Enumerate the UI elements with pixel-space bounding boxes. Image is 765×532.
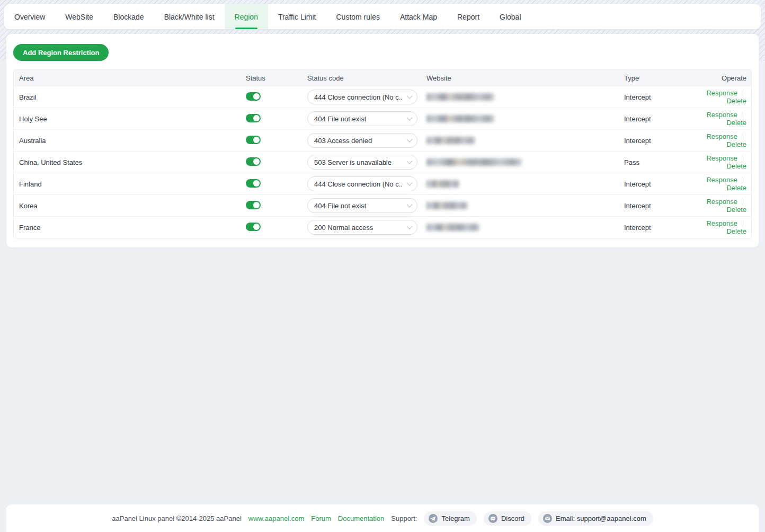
table-header-row: Area Status Status code Website Type Ope…	[14, 70, 751, 86]
telegram-icon	[429, 514, 438, 523]
divider	[742, 177, 742, 183]
delete-link[interactable]: Delete	[726, 162, 746, 170]
chevron-down-icon	[406, 93, 412, 99]
table-row: Australia 403 Access denied Intercept Re…	[14, 129, 751, 151]
type-cell: Intercept	[624, 137, 693, 145]
toggle-knob	[253, 180, 260, 187]
area-cell: Korea	[14, 202, 246, 210]
chevron-down-icon	[406, 114, 412, 120]
chevron-down-icon	[406, 136, 412, 142]
discord-badge[interactable]: Discord	[484, 511, 531, 526]
aapanel-site-link[interactable]: www.aapanel.com	[248, 515, 305, 522]
divider	[742, 199, 742, 205]
table-row: Brazil 444 Close connection (No c... Int…	[14, 86, 751, 108]
toggle-knob	[253, 115, 260, 121]
telegram-label: Telegram	[441, 515, 469, 522]
delete-link[interactable]: Delete	[726, 184, 746, 192]
status-code-select[interactable]: 503 Server is unavailable	[307, 155, 417, 170]
type-cell: Pass	[624, 158, 693, 166]
header-website: Website	[426, 74, 624, 82]
toggle-knob	[253, 202, 260, 208]
response-link[interactable]: Response	[706, 111, 737, 119]
tab-overview[interactable]: Overview	[4, 4, 55, 29]
support-label: Support:	[391, 515, 417, 522]
header-status: Status	[246, 74, 307, 82]
chevron-down-icon	[406, 201, 412, 207]
tab-custom-rules[interactable]: Custom rules	[326, 4, 390, 29]
tab-global[interactable]: Global	[490, 4, 531, 29]
divider	[742, 220, 742, 227]
delete-link[interactable]: Delete	[726, 119, 746, 127]
region-panel: Add Region Restriction Area Status Statu…	[6, 34, 759, 247]
area-cell: Finland	[14, 180, 246, 188]
tab-blockade[interactable]: Blockade	[103, 4, 154, 29]
toggle-knob	[253, 224, 260, 230]
status-code-select[interactable]: 444 Close connection (No c...	[307, 90, 417, 104]
delete-link[interactable]: Delete	[726, 140, 746, 148]
status-toggle[interactable]	[246, 92, 261, 101]
type-cell: Intercept	[624, 202, 693, 210]
status-toggle[interactable]	[246, 179, 261, 188]
divider	[742, 90, 742, 96]
response-link[interactable]: Response	[706, 198, 737, 206]
status-code-value: 503 Server is unavailable	[314, 158, 392, 166]
telegram-badge[interactable]: Telegram	[424, 511, 476, 526]
add-region-restriction-button[interactable]: Add Region Restriction	[13, 44, 109, 61]
area-cell: Holy See	[14, 115, 246, 123]
divider	[742, 155, 742, 162]
status-code-select[interactable]: 403 Access denied	[307, 133, 417, 148]
area-cell: Australia	[14, 137, 246, 145]
type-cell: Intercept	[624, 180, 693, 188]
type-cell: Intercept	[624, 115, 693, 123]
email-badge[interactable]: Email: support@aapanel.com	[538, 511, 653, 526]
discord-label: Discord	[501, 515, 524, 522]
area-cell: Brazil	[14, 93, 246, 101]
copyright-text: aaPanel Linux panel ©2014-2025 aaPanel	[112, 515, 242, 522]
header-type: Type	[624, 74, 693, 82]
response-link[interactable]: Response	[706, 219, 737, 227]
table-row: Korea 404 File not exist Intercept Respo…	[14, 194, 751, 216]
tab-black-white-list[interactable]: Black/White list	[154, 4, 225, 29]
status-code-value: 200 Normal access	[314, 224, 373, 232]
status-toggle[interactable]	[246, 157, 261, 166]
response-link[interactable]: Response	[706, 176, 737, 184]
status-toggle[interactable]	[246, 136, 261, 144]
website-blurred	[426, 137, 475, 144]
website-blurred	[426, 115, 494, 122]
chevron-down-icon	[406, 158, 412, 164]
delete-link[interactable]: Delete	[726, 206, 746, 214]
forum-link[interactable]: Forum	[311, 515, 331, 522]
tab-traffic-limit[interactable]: Traffic Limit	[268, 4, 326, 29]
type-cell: Intercept	[624, 224, 693, 232]
response-link[interactable]: Response	[706, 132, 737, 140]
top-nav: Overview WebSite Blockade Black/White li…	[4, 4, 761, 29]
tab-region[interactable]: Region	[225, 4, 268, 29]
status-code-value: 444 Close connection (No c...	[314, 180, 403, 188]
tab-attack-map[interactable]: Attack Map	[390, 4, 447, 29]
table-row: Finland 444 Close connection (No c... In…	[14, 173, 751, 194]
status-code-value: 444 Close connection (No c...	[314, 93, 403, 101]
status-toggle[interactable]	[246, 114, 261, 122]
website-blurred	[426, 158, 522, 166]
status-code-select[interactable]: 404 File not exist	[307, 111, 417, 126]
toggle-knob	[253, 137, 260, 143]
status-toggle[interactable]	[246, 223, 261, 231]
status-code-select[interactable]: 404 File not exist	[307, 198, 417, 213]
status-toggle[interactable]	[246, 201, 261, 209]
response-link[interactable]: Response	[706, 89, 737, 97]
documentation-link[interactable]: Documentation	[338, 515, 384, 522]
area-cell: France	[14, 224, 246, 232]
delete-link[interactable]: Delete	[726, 97, 746, 105]
delete-link[interactable]: Delete	[726, 227, 746, 235]
tab-report[interactable]: Report	[447, 4, 490, 29]
response-link[interactable]: Response	[706, 154, 737, 162]
divider	[742, 134, 742, 140]
status-code-select[interactable]: 444 Close connection (No c...	[307, 176, 417, 191]
chevron-down-icon	[406, 180, 412, 185]
status-code-select[interactable]: 200 Normal access	[307, 220, 417, 235]
tab-website[interactable]: WebSite	[55, 4, 103, 29]
website-blurred	[426, 224, 479, 231]
status-code-value: 404 File not exist	[314, 115, 366, 123]
region-table: Area Status Status code Website Type Ope…	[13, 69, 752, 238]
status-code-value: 403 Access denied	[314, 137, 372, 145]
